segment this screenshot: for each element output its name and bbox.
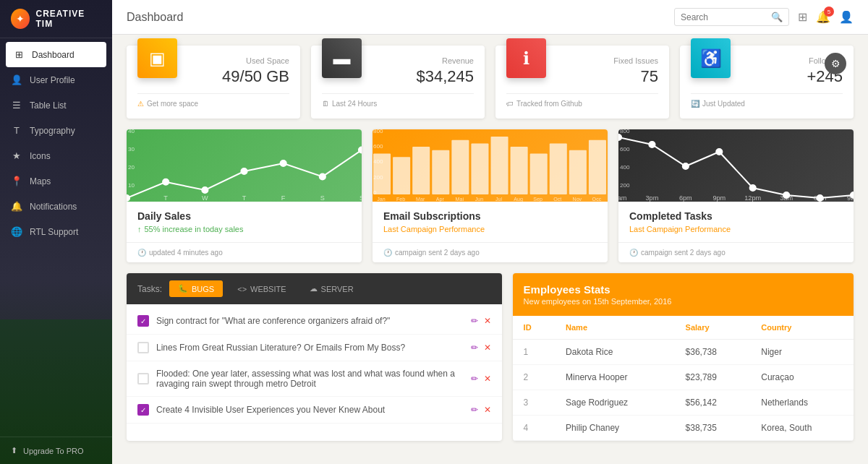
svg-text:Mai: Mai [456, 197, 464, 202]
followers-footer-icon: 🔄 [691, 100, 699, 108]
svg-point-61 [618, 134, 621, 140]
fixed-issues-footer: 🏷 Tracked from Github [506, 93, 658, 108]
completed-tasks-subtitle: Last Campaign Performance [629, 225, 843, 233]
brand-name: CREATIVE TIM [35, 9, 101, 29]
gear-icon[interactable]: ⚙ [825, 53, 846, 74]
task-checkbox[interactable]: ✓ [137, 404, 149, 416]
fixed-issues-value: 75 [553, 67, 658, 86]
svg-text:800: 800 [620, 129, 630, 134]
table-row: 1Dakota Rice$36,738Niger [513, 340, 854, 365]
svg-rect-29 [471, 143, 488, 194]
user-avatar[interactable]: 👤 [839, 10, 854, 24]
sidebar-item-rtl-support[interactable]: 🌐 RTL Support [0, 219, 112, 244]
employee-salary: $38,735 [675, 416, 751, 441]
task-edit-icon[interactable]: ✏ [471, 405, 478, 415]
svg-point-68 [851, 192, 854, 198]
task-checkbox[interactable] [137, 342, 149, 353]
task-text: Create 4 Invisible User Experiences you … [156, 405, 464, 415]
notifications-icon: 🔔 [11, 201, 22, 212]
sidebar-item-typography[interactable]: T Typography [0, 118, 112, 143]
employee-id: 3 [513, 390, 555, 416]
bottom-row: Tasks: 🐛BUGS<>WEBSITE☁SERVER ✓ Sign cont… [127, 273, 854, 441]
task-checkbox[interactable] [137, 373, 149, 384]
sidebar-item-label: Table List [30, 100, 67, 111]
daily-sales-subtitle: ↑ 55% increase in today sales [137, 225, 351, 233]
tab-bugs[interactable]: 🐛BUGS [169, 280, 223, 297]
employees-header: Employees Stats New employees on 15th Se… [513, 273, 854, 316]
svg-point-65 [750, 185, 756, 191]
task-edit-icon[interactable]: ✏ [471, 316, 478, 326]
clock-icon: 🕐 [383, 249, 392, 257]
completed-tasks-footer: 🕐 campaign sent 2 days ago [618, 242, 854, 262]
sidebar-item-user-profile[interactable]: 👤 User Profile [0, 67, 112, 93]
table-row: 3Sage Rodriguez$56,142Netherlands [513, 390, 854, 416]
icons-icon: ★ [11, 150, 22, 161]
task-delete-icon[interactable]: ✕ [484, 343, 491, 353]
svg-text:T: T [163, 194, 168, 202]
tab-server[interactable]: ☁SERVER [301, 280, 362, 297]
svg-text:9pm: 9pm [712, 194, 726, 202]
maps-icon: 📍 [11, 176, 22, 186]
task-delete-icon[interactable]: ✕ [484, 316, 491, 326]
task-actions: ✏ ✕ [471, 343, 491, 353]
search-icon[interactable]: 🔍 [771, 12, 783, 22]
svg-rect-31 [511, 147, 528, 194]
svg-text:S: S [320, 194, 325, 202]
used-space-icon: ▣ [137, 38, 177, 78]
sidebar-item-notifications[interactable]: 🔔 Notifications [0, 194, 112, 219]
svg-point-17 [320, 173, 326, 179]
chart-card-completed-tasks: 800600400200012am3pm6pm9pm12pm3am6am9am … [618, 129, 854, 262]
sidebar-item-label: Dashboard [32, 50, 75, 60]
search-input[interactable] [681, 12, 767, 22]
sidebar-item-icons[interactable]: ★ Icons [0, 143, 112, 168]
bugs-label: BUGS [192, 285, 214, 293]
svg-text:6pm: 6pm [679, 194, 692, 202]
sidebar-item-label: User Profile [30, 75, 75, 85]
task-actions: ✏ ✕ [471, 405, 491, 415]
website-icon: <> [237, 285, 247, 293]
sidebar-item-table-list[interactable]: ☰ Table List [0, 93, 112, 118]
svg-text:Feb: Feb [396, 197, 405, 202]
svg-text:600: 600 [373, 143, 383, 150]
employees-card: Employees Stats New employees on 15th Se… [513, 273, 854, 441]
task-edit-icon[interactable]: ✏ [471, 343, 478, 353]
task-delete-icon[interactable]: ✕ [484, 405, 491, 415]
brand-icon: ✦ [11, 9, 30, 29]
upgrade-label: Upgrade To PRO [23, 447, 84, 455]
svg-rect-33 [550, 143, 567, 194]
stat-card-used-space: ▣ Used Space 49/50 GB ⚠ Get more space [127, 46, 300, 119]
followers-footer-text: Just Updated [702, 100, 745, 108]
tasks-header: Tasks: 🐛BUGS<>WEBSITE☁SERVER [127, 273, 502, 304]
revenue-footer-icon: 🗓 [322, 100, 329, 108]
table-row: 4Philip Chaney$38,735Korea, South [513, 416, 854, 441]
svg-text:200: 200 [620, 182, 630, 189]
employee-id: 2 [513, 365, 555, 390]
employees-table-header: IDNameSalaryCountry [513, 316, 854, 340]
website-label: WEBSITE [250, 285, 286, 293]
employees-title: Employees Stats [524, 283, 843, 296]
bugs-icon: 🐛 [178, 284, 188, 293]
employee-salary: $36,738 [675, 340, 751, 365]
stat-card-followers: ♿ Followers +245 ⚙ 🔄 Just Updated [680, 46, 854, 119]
task-edit-icon[interactable]: ✏ [471, 374, 478, 384]
server-label: SERVER [321, 285, 354, 293]
rtl-support-icon: 🌐 [11, 226, 22, 237]
upgrade-button[interactable]: ⬆ Upgrade To PRO [11, 446, 101, 455]
employee-country: Netherlands [750, 390, 854, 416]
grid-icon[interactable]: ⊞ [798, 10, 807, 24]
svg-text:Apr: Apr [436, 197, 445, 202]
typography-icon: T [11, 125, 22, 136]
task-text: Lines From Great Russian Literature? Or … [156, 343, 464, 353]
tab-website[interactable]: <>WEBSITE [229, 280, 294, 297]
task-delete-icon[interactable]: ✕ [484, 374, 491, 384]
used-space-body: Used Space 49/50 GB [184, 56, 289, 86]
task-checkbox[interactable]: ✓ [137, 315, 149, 327]
used-space-footer-icon: ⚠ [137, 100, 144, 108]
svg-text:10: 10 [128, 182, 135, 189]
employees-table: IDNameSalaryCountry1Dakota Rice$36,738Ni… [513, 316, 854, 441]
stat-card-revenue: ▬ Revenue $34,245 🗓 Last 24 Hours [311, 46, 485, 119]
daily-sales-chart-area: 403020100MTWTFSS [127, 129, 362, 202]
sidebar-item-maps[interactable]: 📍 Maps [0, 168, 112, 194]
sidebar-item-dashboard[interactable]: ⊞ Dashboard [6, 42, 106, 67]
notification-bell[interactable]: 🔔 5 [816, 10, 830, 24]
